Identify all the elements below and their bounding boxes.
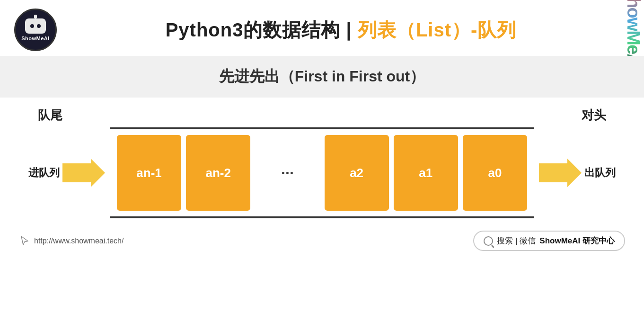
watermark-text: ShowMeAI <box>623 0 644 56</box>
logo-text: ShowMeAI <box>21 36 50 41</box>
header: ShowMeAI Python3的数据结构 | 列表（List）-队列 Show… <box>0 0 644 56</box>
queue-box-1: an-2 <box>186 135 250 211</box>
search-icon <box>484 236 493 246</box>
enter-arrow: 进队列 <box>28 159 105 187</box>
queue-box-5: a0 <box>463 135 527 211</box>
rail-bottom <box>110 216 534 218</box>
cursor-icon <box>19 235 30 247</box>
watermark: ShowMeAI <box>623 0 644 56</box>
search-badge[interactable]: 搜索 | 微信 ShowMeAI 研究中心 <box>473 231 625 251</box>
exit-arrow-icon <box>539 159 582 187</box>
exit-arrow: 出队列 <box>539 159 616 187</box>
page-title: Python3的数据结构 | 列表（List）-队列 <box>57 17 625 43</box>
search-brand: ShowMeAI 研究中心 <box>539 235 615 246</box>
queue-container: 进队列 an-1 an-2 ··· a2 a1 a0 出队列 <box>28 127 616 218</box>
label-head: 对头 <box>582 107 606 124</box>
queue-rail: an-1 an-2 ··· a2 a1 a0 <box>110 127 534 218</box>
queue-box-0: an-1 <box>117 135 181 211</box>
logo: ShowMeAI <box>14 9 57 51</box>
banner: 先进先出（First in First out） <box>0 56 644 98</box>
queue-box-3: a2 <box>325 135 389 211</box>
queue-box-4: a1 <box>394 135 458 211</box>
svg-marker-0 <box>62 159 105 187</box>
enter-arrow-icon <box>62 159 105 187</box>
queue-box-dots: ··· <box>255 135 319 211</box>
footer-link: http://www.showmeai.tech/ <box>19 235 124 247</box>
logo-inner: ShowMeAI <box>21 18 50 41</box>
logo-robot-eyes <box>30 24 41 28</box>
title-prefix: Python3的数据结构 | <box>166 19 358 40</box>
svg-marker-1 <box>539 159 582 187</box>
footer: http://www.showmeai.tech/ 搜索 | 微信 ShowMe… <box>0 223 644 251</box>
main-content: 队尾 对头 进队列 an-1 an-2 ··· a2 a1 a0 <box>0 98 644 218</box>
exit-label: 出队列 <box>584 166 616 180</box>
banner-text: 先进先出（First in First out） <box>219 68 425 85</box>
enter-label: 进队列 <box>28 166 60 180</box>
queue-boxes: an-1 an-2 ··· a2 a1 a0 <box>110 129 534 216</box>
label-tail: 队尾 <box>38 107 62 124</box>
footer-link-text: http://www.showmeai.tech/ <box>34 237 124 245</box>
title-highlight: 列表（List）-队列 <box>358 19 516 40</box>
logo-robot-eye-left <box>30 24 34 28</box>
logo-robot-icon <box>25 18 46 34</box>
queue-labels: 队尾 对头 <box>28 107 616 124</box>
logo-robot-eye-right <box>37 24 41 28</box>
search-text: 搜索 | 微信 <box>497 235 536 246</box>
